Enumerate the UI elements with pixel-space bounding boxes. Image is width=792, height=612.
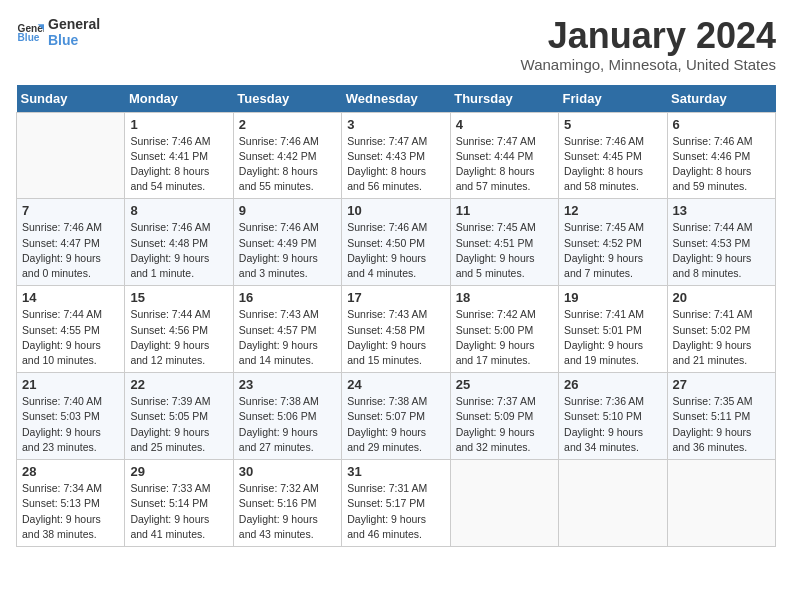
- calendar-cell: 20Sunrise: 7:41 AMSunset: 5:02 PMDayligh…: [667, 286, 775, 373]
- calendar-cell: 27Sunrise: 7:35 AMSunset: 5:11 PMDayligh…: [667, 373, 775, 460]
- week-row-3: 14Sunrise: 7:44 AMSunset: 4:55 PMDayligh…: [17, 286, 776, 373]
- weekday-header-wednesday: Wednesday: [342, 85, 450, 113]
- day-info: Sunrise: 7:36 AMSunset: 5:10 PMDaylight:…: [564, 394, 661, 455]
- calendar-title: January 2024: [521, 16, 776, 56]
- logo-icon: General Blue: [16, 18, 44, 46]
- day-info: Sunrise: 7:46 AMSunset: 4:49 PMDaylight:…: [239, 220, 336, 281]
- week-row-4: 21Sunrise: 7:40 AMSunset: 5:03 PMDayligh…: [17, 373, 776, 460]
- weekday-header-friday: Friday: [559, 85, 667, 113]
- calendar-cell: 19Sunrise: 7:41 AMSunset: 5:01 PMDayligh…: [559, 286, 667, 373]
- day-info: Sunrise: 7:46 AMSunset: 4:48 PMDaylight:…: [130, 220, 227, 281]
- calendar-cell: 7Sunrise: 7:46 AMSunset: 4:47 PMDaylight…: [17, 199, 125, 286]
- calendar-cell: 18Sunrise: 7:42 AMSunset: 5:00 PMDayligh…: [450, 286, 558, 373]
- day-number: 27: [673, 377, 770, 392]
- day-number: 13: [673, 203, 770, 218]
- day-number: 14: [22, 290, 119, 305]
- calendar-cell: 31Sunrise: 7:31 AMSunset: 5:17 PMDayligh…: [342, 460, 450, 547]
- day-number: 31: [347, 464, 444, 479]
- day-info: Sunrise: 7:43 AMSunset: 4:58 PMDaylight:…: [347, 307, 444, 368]
- day-info: Sunrise: 7:45 AMSunset: 4:52 PMDaylight:…: [564, 220, 661, 281]
- day-info: Sunrise: 7:41 AMSunset: 5:01 PMDaylight:…: [564, 307, 661, 368]
- day-info: Sunrise: 7:45 AMSunset: 4:51 PMDaylight:…: [456, 220, 553, 281]
- day-number: 19: [564, 290, 661, 305]
- day-number: 8: [130, 203, 227, 218]
- calendar-table: SundayMondayTuesdayWednesdayThursdayFrid…: [16, 85, 776, 547]
- day-info: Sunrise: 7:44 AMSunset: 4:55 PMDaylight:…: [22, 307, 119, 368]
- day-info: Sunrise: 7:37 AMSunset: 5:09 PMDaylight:…: [456, 394, 553, 455]
- calendar-cell: 15Sunrise: 7:44 AMSunset: 4:56 PMDayligh…: [125, 286, 233, 373]
- logo-line2: Blue: [48, 32, 100, 48]
- day-info: Sunrise: 7:41 AMSunset: 5:02 PMDaylight:…: [673, 307, 770, 368]
- weekday-header-saturday: Saturday: [667, 85, 775, 113]
- day-number: 18: [456, 290, 553, 305]
- day-info: Sunrise: 7:33 AMSunset: 5:14 PMDaylight:…: [130, 481, 227, 542]
- day-info: Sunrise: 7:44 AMSunset: 4:53 PMDaylight:…: [673, 220, 770, 281]
- day-number: 9: [239, 203, 336, 218]
- day-info: Sunrise: 7:35 AMSunset: 5:11 PMDaylight:…: [673, 394, 770, 455]
- day-info: Sunrise: 7:46 AMSunset: 4:47 PMDaylight:…: [22, 220, 119, 281]
- day-number: 5: [564, 117, 661, 132]
- day-info: Sunrise: 7:43 AMSunset: 4:57 PMDaylight:…: [239, 307, 336, 368]
- day-number: 20: [673, 290, 770, 305]
- calendar-cell: 16Sunrise: 7:43 AMSunset: 4:57 PMDayligh…: [233, 286, 341, 373]
- calendar-cell: 2Sunrise: 7:46 AMSunset: 4:42 PMDaylight…: [233, 112, 341, 199]
- calendar-cell: 6Sunrise: 7:46 AMSunset: 4:46 PMDaylight…: [667, 112, 775, 199]
- day-number: 26: [564, 377, 661, 392]
- calendar-cell: 9Sunrise: 7:46 AMSunset: 4:49 PMDaylight…: [233, 199, 341, 286]
- day-info: Sunrise: 7:46 AMSunset: 4:46 PMDaylight:…: [673, 134, 770, 195]
- day-number: 10: [347, 203, 444, 218]
- day-number: 11: [456, 203, 553, 218]
- day-info: Sunrise: 7:46 AMSunset: 4:41 PMDaylight:…: [130, 134, 227, 195]
- day-number: 24: [347, 377, 444, 392]
- day-info: Sunrise: 7:47 AMSunset: 4:43 PMDaylight:…: [347, 134, 444, 195]
- calendar-cell: 25Sunrise: 7:37 AMSunset: 5:09 PMDayligh…: [450, 373, 558, 460]
- day-info: Sunrise: 7:34 AMSunset: 5:13 PMDaylight:…: [22, 481, 119, 542]
- day-number: 12: [564, 203, 661, 218]
- weekday-header-thursday: Thursday: [450, 85, 558, 113]
- calendar-cell: [450, 460, 558, 547]
- calendar-cell: 11Sunrise: 7:45 AMSunset: 4:51 PMDayligh…: [450, 199, 558, 286]
- day-number: 29: [130, 464, 227, 479]
- day-number: 4: [456, 117, 553, 132]
- title-block: January 2024 Wanamingo, Minnesota, Unite…: [521, 16, 776, 73]
- day-info: Sunrise: 7:38 AMSunset: 5:07 PMDaylight:…: [347, 394, 444, 455]
- calendar-cell: 10Sunrise: 7:46 AMSunset: 4:50 PMDayligh…: [342, 199, 450, 286]
- day-info: Sunrise: 7:40 AMSunset: 5:03 PMDaylight:…: [22, 394, 119, 455]
- day-info: Sunrise: 7:31 AMSunset: 5:17 PMDaylight:…: [347, 481, 444, 542]
- calendar-cell: [559, 460, 667, 547]
- calendar-cell: [667, 460, 775, 547]
- logo: General Blue General Blue: [16, 16, 100, 48]
- day-number: 7: [22, 203, 119, 218]
- day-number: 15: [130, 290, 227, 305]
- day-number: 16: [239, 290, 336, 305]
- day-info: Sunrise: 7:47 AMSunset: 4:44 PMDaylight:…: [456, 134, 553, 195]
- calendar-body: 1Sunrise: 7:46 AMSunset: 4:41 PMDaylight…: [17, 112, 776, 546]
- page-header: General Blue General Blue January 2024 W…: [16, 16, 776, 73]
- weekday-header-row: SundayMondayTuesdayWednesdayThursdayFrid…: [17, 85, 776, 113]
- calendar-subtitle: Wanamingo, Minnesota, United States: [521, 56, 776, 73]
- day-number: 17: [347, 290, 444, 305]
- day-number: 21: [22, 377, 119, 392]
- calendar-cell: 22Sunrise: 7:39 AMSunset: 5:05 PMDayligh…: [125, 373, 233, 460]
- day-number: 3: [347, 117, 444, 132]
- calendar-cell: 21Sunrise: 7:40 AMSunset: 5:03 PMDayligh…: [17, 373, 125, 460]
- week-row-5: 28Sunrise: 7:34 AMSunset: 5:13 PMDayligh…: [17, 460, 776, 547]
- day-info: Sunrise: 7:42 AMSunset: 5:00 PMDaylight:…: [456, 307, 553, 368]
- weekday-header-sunday: Sunday: [17, 85, 125, 113]
- calendar-cell: 24Sunrise: 7:38 AMSunset: 5:07 PMDayligh…: [342, 373, 450, 460]
- calendar-cell: 26Sunrise: 7:36 AMSunset: 5:10 PMDayligh…: [559, 373, 667, 460]
- day-number: 1: [130, 117, 227, 132]
- calendar-cell: 4Sunrise: 7:47 AMSunset: 4:44 PMDaylight…: [450, 112, 558, 199]
- calendar-cell: 5Sunrise: 7:46 AMSunset: 4:45 PMDaylight…: [559, 112, 667, 199]
- day-number: 22: [130, 377, 227, 392]
- day-info: Sunrise: 7:38 AMSunset: 5:06 PMDaylight:…: [239, 394, 336, 455]
- day-number: 28: [22, 464, 119, 479]
- day-info: Sunrise: 7:44 AMSunset: 4:56 PMDaylight:…: [130, 307, 227, 368]
- day-number: 30: [239, 464, 336, 479]
- calendar-cell: 29Sunrise: 7:33 AMSunset: 5:14 PMDayligh…: [125, 460, 233, 547]
- calendar-header: SundayMondayTuesdayWednesdayThursdayFrid…: [17, 85, 776, 113]
- day-info: Sunrise: 7:46 AMSunset: 4:45 PMDaylight:…: [564, 134, 661, 195]
- week-row-2: 7Sunrise: 7:46 AMSunset: 4:47 PMDaylight…: [17, 199, 776, 286]
- day-number: 25: [456, 377, 553, 392]
- weekday-header-monday: Monday: [125, 85, 233, 113]
